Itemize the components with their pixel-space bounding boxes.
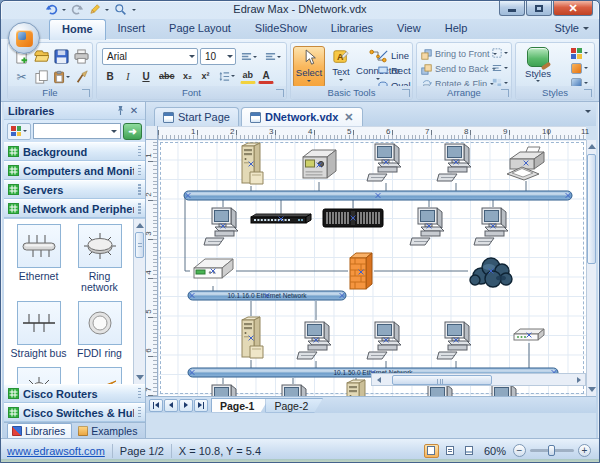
line-spacing-button[interactable] (216, 68, 238, 84)
scroll-up-icon[interactable] (136, 223, 144, 228)
normal-view-button[interactable] (424, 444, 439, 458)
horizontal-scroll-thumb[interactable] (392, 375, 492, 385)
tab-libraries[interactable]: Libraries (319, 19, 385, 40)
paste-button[interactable] (52, 67, 71, 87)
file-dialog-launcher-icon[interactable] (82, 89, 90, 97)
superscript-button[interactable]: x² (198, 68, 214, 84)
bold-button[interactable]: B (102, 68, 118, 84)
format-painter-button[interactable] (72, 67, 91, 87)
tower-node[interactable] (347, 380, 368, 396)
library-section-background[interactable]: Background (4, 142, 145, 161)
italic-button[interactable]: I (120, 68, 136, 84)
edrawsoft-link[interactable]: www.edrawsoft.com (7, 445, 105, 457)
shape-straight-bus[interactable]: Straight bus (8, 301, 69, 359)
style-dropdown[interactable]: Style (555, 22, 589, 34)
select-tool-button[interactable]: Select (293, 46, 325, 88)
scroll-right-icon[interactable] (572, 374, 585, 385)
next-page-button[interactable] (179, 399, 193, 412)
close-panel-icon[interactable]: ✕ (127, 104, 141, 118)
pc-node[interactable] (410, 208, 444, 245)
drawing-canvas[interactable]: 10.1.16.0 Ethernet Network10.1.50.0 Ethe… (158, 140, 586, 396)
tab-list-dropdown-icon[interactable] (585, 110, 591, 113)
font-size-select[interactable]: 10 (200, 48, 236, 65)
library-section-network-and-peripherals[interactable]: Network and Peripherals (4, 199, 145, 218)
document-tab-dnetwork-vdx[interactable]: DNetwork.vdx✕ (241, 107, 363, 126)
pc-node[interactable] (274, 385, 308, 396)
pin-panel-icon[interactable] (113, 104, 127, 118)
pc-node[interactable] (367, 144, 401, 181)
fullscreen-view-button[interactable] (462, 444, 477, 458)
maximize-button[interactable] (526, 1, 552, 16)
app-menu-button[interactable] (8, 22, 40, 54)
scroll-left-icon[interactable] (372, 374, 385, 385)
shape-fddi-ring[interactable]: FDDI ring (69, 301, 130, 359)
shape-ethernet[interactable]: Ethernet (8, 224, 69, 293)
group-button[interactable] (492, 47, 508, 59)
sidebar-tab-libraries[interactable]: Libraries (7, 423, 72, 439)
page-tab-page-1[interactable]: Page-1 (211, 398, 269, 413)
first-page-button[interactable] (149, 399, 163, 412)
pc-node[interactable] (204, 385, 238, 396)
last-page-button[interactable] (194, 399, 208, 412)
vertical-scroll-thumb[interactable] (587, 154, 596, 264)
rect-tool-button[interactable]: Rect (378, 63, 411, 77)
send-to-back-button[interactable]: Send to Back (421, 63, 497, 75)
bullets-button[interactable] (262, 49, 284, 65)
pc-node[interactable] (420, 385, 454, 396)
styles-button[interactable]: Styles (521, 47, 555, 89)
library-picker-button[interactable] (7, 123, 31, 140)
vertical-scrollbar[interactable] (586, 140, 596, 396)
basic-tools-dialog-launcher-icon[interactable] (402, 89, 410, 97)
copy-button[interactable] (32, 67, 51, 87)
close-tab-icon[interactable]: ✕ (344, 111, 353, 124)
minimize-button[interactable] (499, 1, 525, 16)
pc-node[interactable] (204, 208, 238, 245)
library-section-servers[interactable]: Servers (4, 180, 145, 199)
library-section-cisco-switches-hubs[interactable]: Cisco Switches & Hubs (4, 403, 145, 422)
library-section-cisco-routers[interactable]: Cisco Routers (4, 384, 145, 403)
zoom-out-button[interactable]: − (513, 444, 526, 457)
library-section-computers-and-monitors[interactable]: Computers and Monitors (4, 161, 145, 180)
gallery-scrollbar[interactable] (133, 219, 145, 384)
previous-page-button[interactable] (164, 399, 178, 412)
text-tool-button[interactable]: Text (327, 46, 355, 88)
page-view-button[interactable] (443, 444, 458, 458)
align-button[interactable] (492, 62, 508, 74)
tab-slideshow[interactable]: SlideShow (243, 19, 319, 40)
tab-page-layout[interactable]: Page Layout (157, 19, 243, 40)
print-button[interactable] (72, 46, 91, 66)
scroll-up-icon[interactable] (588, 144, 596, 149)
arrange-dialog-launcher-icon[interactable] (501, 89, 509, 97)
highlight-button[interactable]: ab (240, 68, 257, 84)
tower-node[interactable] (242, 317, 263, 358)
page-tab-page-2[interactable]: Page-2 (265, 398, 323, 413)
search-go-button[interactable]: ➜ (123, 123, 142, 140)
sidebar-tab-examples[interactable]: Examples (73, 423, 144, 439)
save-button[interactable] (52, 46, 71, 66)
subscript-button[interactable]: x₂ (180, 68, 196, 84)
shape-ring-network[interactable]: Ring network (69, 224, 130, 293)
underline-button[interactable]: U (138, 68, 154, 84)
horizontal-scrollbar[interactable] (371, 373, 586, 386)
library-search-input[interactable] (33, 123, 121, 139)
pc-node[interactable] (437, 144, 471, 181)
tab-view[interactable]: View (385, 19, 433, 40)
tab-help[interactable]: Help (433, 19, 480, 40)
tab-home[interactable]: Home (49, 19, 106, 40)
zoom-slider[interactable] (530, 449, 574, 452)
gallery-scroll-thumb[interactable] (135, 232, 144, 258)
tower-node[interactable] (242, 143, 263, 184)
pc-node[interactable] (484, 385, 518, 396)
document-tab-start-page[interactable]: Start Page (154, 107, 239, 126)
scroll-down-icon[interactable] (136, 375, 144, 380)
theme-colors-button[interactable] (571, 47, 588, 59)
pc-node[interactable] (437, 322, 471, 359)
scroll-down-icon[interactable] (588, 387, 596, 392)
router-node[interactable] (194, 259, 233, 278)
bring-to-front-button[interactable]: Bring to Front (421, 48, 497, 60)
close-button[interactable]: ✕ (553, 1, 593, 16)
font-dialog-launcher-icon[interactable] (276, 89, 284, 97)
cut-button[interactable]: ✂ (12, 67, 31, 87)
shape-star[interactable] (8, 367, 69, 384)
pc-node[interactable] (367, 322, 401, 359)
